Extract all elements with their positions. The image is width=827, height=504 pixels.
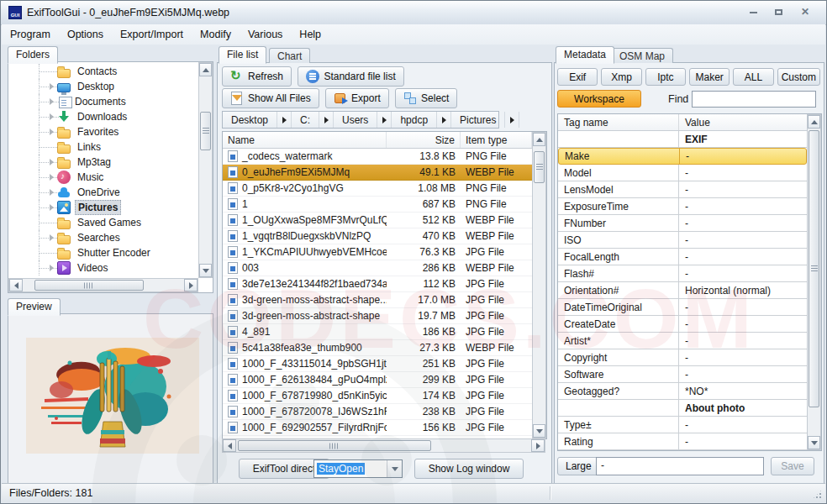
metadata-row[interactable]: Copyright - [558,349,807,366]
show-all-files-button[interactable]: Show All Files [222,88,319,108]
breadcrumb-segment[interactable]: C: [292,112,319,128]
tree-item[interactable]: Contacts [8,64,198,79]
scroll-up-icon[interactable] [199,63,212,76]
scroll-thumb[interactable] [238,440,431,451]
scroll-left-icon[interactable] [223,439,236,452]
metadata-row[interactable]: Software - [558,366,807,383]
file-row[interactable]: 3d-green-moss-abstract-shape 19.7 MB JPG… [223,308,532,324]
resize-grip[interactable] [812,489,823,500]
breadcrumb-arrow-icon[interactable] [319,112,334,128]
scroll-right-icon[interactable] [531,439,545,452]
find-input[interactable] [692,91,816,108]
tab-chart[interactable]: Chart [269,48,310,63]
minimize-icon[interactable] [742,4,764,19]
maximize-icon[interactable] [767,4,789,19]
tree-item[interactable]: Desktop [8,79,198,94]
menu-item[interactable]: Options [59,24,112,40]
metadata-vscrollbar[interactable] [807,114,821,450]
metadata-filter-button[interactable]: Custom [777,68,820,86]
scroll-down-icon[interactable] [199,264,212,277]
standard-file-list-button[interactable]: Standard file list [298,66,403,87]
menu-item[interactable]: Export/Import [112,24,192,40]
metadata-filter-button[interactable]: Iptc [645,68,686,86]
scroll-right-icon[interactable] [184,279,198,291]
file-row[interactable]: 1_OUgXxwaSpe8MF3MvrQuLfQ 512 KB WEBP Fil… [223,213,532,228]
metadata-row[interactable]: CreateDate - [558,316,807,333]
tab-metadata[interactable]: Metadata [556,46,614,64]
tree-item[interactable]: Music [8,170,198,185]
metadata-row[interactable]: EXIF [558,131,807,148]
scroll-thumb[interactable] [34,280,144,291]
tab-folders[interactable]: Folders [8,46,58,64]
scroll-up-icon[interactable] [808,115,820,129]
metadata-filter-button[interactable]: Exif [557,68,598,86]
refresh-button[interactable]: Refresh [222,66,292,87]
file-row[interactable]: 1000_F_678720078_IJ6WSz1hF7j... 238 KB J… [223,404,532,420]
file-row[interactable]: 1_vgqtrB8lDuegxskbVNlzPQ 470 KB WEBP Fil… [223,228,532,244]
metadata-row[interactable]: DateTimeOriginal - [558,299,807,316]
metadata-filter-button[interactable]: ALL [733,68,773,86]
menu-item[interactable]: Help [291,24,329,40]
metadata-row[interactable]: Model - [558,165,807,181]
breadcrumb-arrow-icon[interactable] [505,112,519,128]
breadcrumb-segment[interactable]: hpdcp [392,112,437,128]
tree-item[interactable]: Shutter Encoder [8,245,198,260]
expand-arrow-icon[interactable] [47,263,57,273]
tree-vscrollbar[interactable] [198,62,213,278]
select-button[interactable]: Select [395,88,457,108]
breadcrumb-arrow-icon[interactable] [277,112,292,128]
scroll-down-icon[interactable] [533,424,545,438]
breadcrumb-segment[interactable]: Users [334,112,377,128]
tree-item[interactable]: Videos [8,260,198,276]
breadcrumb-arrow-icon[interactable] [437,112,451,128]
save-button[interactable]: Save [771,457,814,475]
tree-item[interactable]: Links [8,139,198,155]
file-row[interactable]: 1000_F_678719980_d5nKin5yic... 174 KB JP… [223,388,532,404]
scroll-left-icon[interactable] [9,279,23,291]
tree-item[interactable]: Pictures [8,200,198,215]
file-row[interactable]: 1 687 KB PNG File [223,197,532,213]
metadata-row[interactable]: Artist* - [558,333,807,349]
file-row[interactable]: 0_p5Kr8-v2Cyo1hgVG 1.08 MB PNG File [223,181,532,197]
tree-item[interactable]: OneDrive [8,185,198,200]
expand-arrow-icon[interactable] [47,187,57,197]
expand-arrow-icon[interactable] [47,81,57,92]
scroll-thumb[interactable] [534,151,545,183]
stayopen-combobox[interactable]: StayOpen [313,459,403,478]
workspace-button[interactable]: Workspace [557,90,641,108]
expand-arrow-icon[interactable] [47,172,57,182]
tree-item[interactable]: Downloads [8,109,198,124]
file-row[interactable]: 1_YKCmAPIUUhwyebVEMHcoew 76.3 KB JPG Fil… [223,244,532,260]
expand-arrow-icon[interactable] [47,157,57,167]
tree-hscrollbar[interactable] [8,278,198,292]
expand-arrow-icon[interactable] [47,202,57,213]
tree-item[interactable]: Documents [8,94,198,109]
tree-item[interactable]: Favorites [8,124,198,139]
metadata-row[interactable]: Type± - [558,417,807,433]
metadata-row[interactable]: Orientation# Horizontal (normal) [558,282,807,299]
tree-item[interactable]: Mp3tag [8,155,198,170]
metadata-row[interactable]: About photo [558,400,807,417]
column-header-type[interactable]: Item type [461,132,532,148]
metadata-row[interactable]: Geotagged? *NO* [558,383,807,400]
scroll-thumb[interactable] [809,130,819,407]
file-row[interactable]: 5c41a38fea83e_thumb900 27.3 KB WEBP File [223,340,532,356]
column-header-size[interactable]: Size [387,132,461,148]
chevron-down-icon[interactable] [387,460,402,477]
metadata-row[interactable]: ISO - [558,232,807,249]
metadata-row[interactable]: ExposureTime - [558,198,807,215]
scroll-down-icon[interactable] [808,436,820,449]
large-button[interactable]: Large [557,457,600,475]
close-icon[interactable] [794,4,816,19]
expand-arrow-icon[interactable] [47,112,57,122]
menu-item[interactable]: Various [240,24,291,40]
tab-file-list[interactable]: File list [219,46,266,64]
expand-arrow-icon[interactable] [47,127,57,137]
scroll-up-icon[interactable] [533,133,545,146]
metadata-filter-button[interactable]: Maker [689,68,730,86]
column-header-name[interactable]: Name [223,132,387,148]
breadcrumb-arrow-icon[interactable] [377,112,392,128]
file-row[interactable]: 003 286 KB WEBP File [223,260,532,276]
menu-item[interactable]: Modify [192,24,240,40]
file-row[interactable]: 1000_F_692902557_FilyrdRnjFcq... 156 KB … [223,420,532,436]
